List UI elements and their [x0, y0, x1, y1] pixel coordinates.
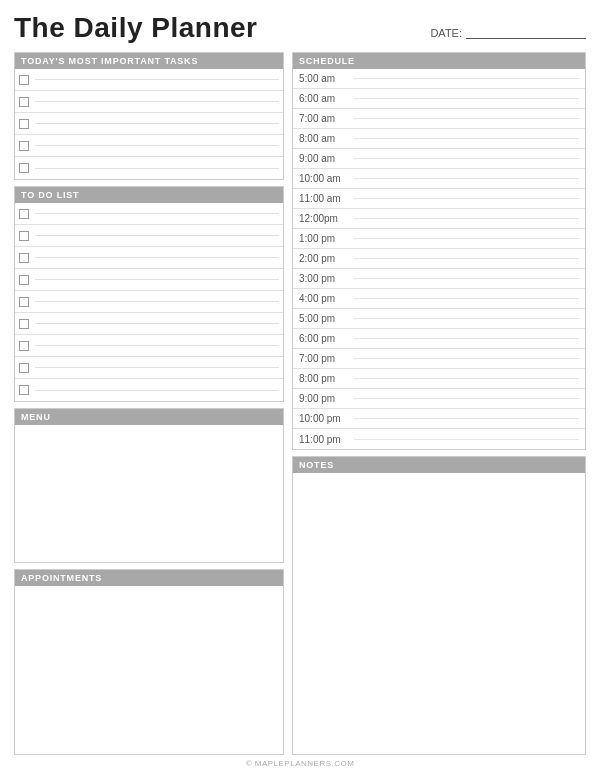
- checkbox[interactable]: [19, 385, 29, 395]
- checkbox[interactable]: [19, 119, 29, 129]
- todo-row[interactable]: [15, 335, 283, 357]
- header: The Daily Planner DATE:: [14, 12, 586, 44]
- date-label: DATE:: [430, 27, 462, 39]
- schedule-entry-line: [354, 178, 579, 179]
- task-row[interactable]: [15, 135, 283, 157]
- schedule-entry-line: [354, 298, 579, 299]
- notes-section: NOTES: [292, 456, 586, 755]
- task-row[interactable]: [15, 113, 283, 135]
- schedule-entry-line: [354, 118, 579, 119]
- todo-line: [35, 235, 279, 236]
- important-tasks-section: TODAY'S MOST IMPORTANT TASKS: [14, 52, 284, 180]
- schedule-entry-line: [354, 278, 579, 279]
- schedule-row[interactable]: 9:00 pm: [293, 389, 585, 409]
- schedule-entry-line: [354, 398, 579, 399]
- time-label: 7:00 am: [299, 113, 354, 124]
- todo-line: [35, 323, 279, 324]
- schedule-row[interactable]: 12:00pm: [293, 209, 585, 229]
- schedule-row[interactable]: 7:00 pm: [293, 349, 585, 369]
- checkbox[interactable]: [19, 163, 29, 173]
- checkbox[interactable]: [19, 75, 29, 85]
- schedule-row[interactable]: 5:00 pm: [293, 309, 585, 329]
- schedule-row[interactable]: 5:00 am: [293, 69, 585, 89]
- appointments-body[interactable]: [15, 586, 283, 754]
- todo-row[interactable]: [15, 313, 283, 335]
- task-line: [35, 123, 279, 124]
- task-line: [35, 101, 279, 102]
- checkbox[interactable]: [19, 297, 29, 307]
- checkbox[interactable]: [19, 319, 29, 329]
- footer: © MAPLEPLANNERS.COM: [14, 755, 586, 768]
- todo-row[interactable]: [15, 247, 283, 269]
- schedule-row[interactable]: 9:00 am: [293, 149, 585, 169]
- task-row[interactable]: [15, 157, 283, 179]
- schedule-row[interactable]: 10:00 pm: [293, 409, 585, 429]
- schedule-row[interactable]: 8:00 am: [293, 129, 585, 149]
- page-title: The Daily Planner: [14, 12, 257, 44]
- schedule-entry-line: [354, 198, 579, 199]
- schedule-row[interactable]: 4:00 pm: [293, 289, 585, 309]
- checkbox[interactable]: [19, 231, 29, 241]
- schedule-header: SCHEDULE: [293, 53, 585, 69]
- checkbox[interactable]: [19, 341, 29, 351]
- menu-section: MENU: [14, 408, 284, 563]
- time-label: 6:00 am: [299, 93, 354, 104]
- time-label: 4:00 pm: [299, 293, 354, 304]
- time-label: 10:00 pm: [299, 413, 354, 424]
- todo-row[interactable]: [15, 225, 283, 247]
- time-label: 3:00 pm: [299, 273, 354, 284]
- todo-row[interactable]: [15, 379, 283, 401]
- checkbox[interactable]: [19, 275, 29, 285]
- todo-row[interactable]: [15, 269, 283, 291]
- task-row[interactable]: [15, 69, 283, 91]
- schedule-row[interactable]: 1:00 pm: [293, 229, 585, 249]
- schedule-entry-line: [354, 358, 579, 359]
- checkbox[interactable]: [19, 253, 29, 263]
- checkbox[interactable]: [19, 209, 29, 219]
- schedule-row[interactable]: 11:00 am: [293, 189, 585, 209]
- left-column: TODAY'S MOST IMPORTANT TASKS TO DO LIST: [14, 52, 284, 755]
- time-label: 5:00 pm: [299, 313, 354, 324]
- schedule-row[interactable]: 6:00 am: [293, 89, 585, 109]
- time-label: 11:00 pm: [299, 434, 354, 445]
- task-row[interactable]: [15, 91, 283, 113]
- date-line[interactable]: [466, 27, 586, 39]
- menu-body[interactable]: [15, 425, 283, 562]
- schedule-row[interactable]: 3:00 pm: [293, 269, 585, 289]
- daily-planner-page: The Daily Planner DATE: TODAY'S MOST IMP…: [0, 0, 600, 776]
- important-tasks-body: [15, 69, 283, 179]
- time-label: 8:00 am: [299, 133, 354, 144]
- schedule-entry-line: [354, 98, 579, 99]
- time-label: 2:00 pm: [299, 253, 354, 264]
- appointments-header: APPOINTMENTS: [15, 570, 283, 586]
- time-label: 9:00 am: [299, 153, 354, 164]
- menu-header: MENU: [15, 409, 283, 425]
- schedule-body: 5:00 am6:00 am7:00 am8:00 am9:00 am10:00…: [293, 69, 585, 449]
- notes-body[interactable]: [293, 473, 585, 754]
- todo-body: [15, 203, 283, 401]
- todo-section: TO DO LIST: [14, 186, 284, 402]
- checkbox[interactable]: [19, 363, 29, 373]
- todo-line: [35, 213, 279, 214]
- schedule-row[interactable]: 8:00 pm: [293, 369, 585, 389]
- todo-header: TO DO LIST: [15, 187, 283, 203]
- todo-line: [35, 257, 279, 258]
- checkbox[interactable]: [19, 97, 29, 107]
- todo-line: [35, 279, 279, 280]
- schedule-row[interactable]: 11:00 pm: [293, 429, 585, 449]
- schedule-section: SCHEDULE 5:00 am6:00 am7:00 am8:00 am9:0…: [292, 52, 586, 450]
- schedule-row[interactable]: 10:00 am: [293, 169, 585, 189]
- schedule-row[interactable]: 6:00 pm: [293, 329, 585, 349]
- schedule-entry-line: [354, 338, 579, 339]
- time-label: 11:00 am: [299, 193, 354, 204]
- time-label: 5:00 am: [299, 73, 354, 84]
- schedule-entry-line: [354, 418, 579, 419]
- time-label: 12:00pm: [299, 213, 354, 224]
- todo-row[interactable]: [15, 203, 283, 225]
- checkbox[interactable]: [19, 141, 29, 151]
- todo-row[interactable]: [15, 291, 283, 313]
- schedule-row[interactable]: 7:00 am: [293, 109, 585, 129]
- schedule-row[interactable]: 2:00 pm: [293, 249, 585, 269]
- todo-row[interactable]: [15, 357, 283, 379]
- schedule-entry-line: [354, 318, 579, 319]
